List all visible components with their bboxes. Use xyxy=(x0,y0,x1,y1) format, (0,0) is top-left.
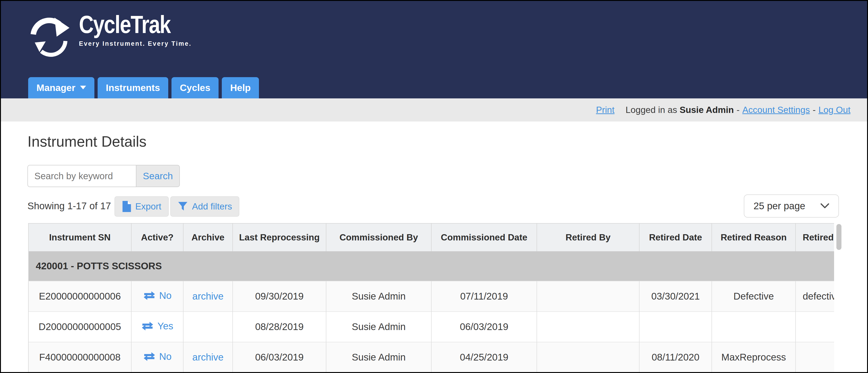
recycle-arrows-icon xyxy=(28,12,72,60)
archive-link[interactable]: archive xyxy=(192,291,223,302)
table-row: D20000000000005 Yes 08/28/2019 Susie Adm… xyxy=(28,312,834,342)
search-input[interactable] xyxy=(28,165,136,187)
tab-manager[interactable]: Manager xyxy=(28,77,94,98)
brand-tagline: Every Instrument. Every Time. xyxy=(79,40,191,47)
cell-retired-comment xyxy=(796,312,834,342)
cell-retired-comment: defective xyxy=(796,281,834,312)
brand-logo: CycleTrak Every Instrument. Every Time. xyxy=(28,12,191,60)
cell-retired-reason: MaxReprocess xyxy=(712,342,796,372)
table-header-row: Instrument SNActive?ArchiveLast Reproces… xyxy=(28,223,834,251)
cell-commissioned-date: 07/11/2019 xyxy=(431,281,537,312)
separator: - xyxy=(813,105,816,115)
cell-commissioned-date: 06/03/2019 xyxy=(431,312,537,342)
add-filters-button-label: Add filters xyxy=(192,201,232,211)
separator: - xyxy=(737,105,740,115)
cell-commissioned-by: Susie Admin xyxy=(326,312,431,342)
search-group: Search xyxy=(28,165,180,187)
cell-retired-comment xyxy=(796,342,834,372)
active-value: Yes xyxy=(157,321,173,332)
column-header: Archive xyxy=(183,223,232,251)
per-page-value: 25 per page xyxy=(753,200,805,211)
column-header: Retired Reason xyxy=(712,223,796,251)
active-value: No xyxy=(159,290,172,301)
cell-retired-by xyxy=(537,312,639,342)
cell-instrument-sn: E20000000000006 xyxy=(28,281,131,312)
instruments-table-container: Instrument SNActive?ArchiveLast Reproces… xyxy=(28,223,834,373)
logged-in-prefix: Logged in as xyxy=(626,105,680,115)
cell-retired-reason: Defective xyxy=(712,281,796,312)
cell-commissioned-date: 04/25/2019 xyxy=(431,342,537,372)
table-row: F40000000000008 No archive 06/03/2019 Su… xyxy=(28,342,834,372)
cell-commissioned-by: Susie Admin xyxy=(326,281,431,312)
search-button[interactable]: Search xyxy=(136,165,180,187)
archive-link[interactable]: archive xyxy=(192,352,223,363)
tab-help-label: Help xyxy=(230,82,251,93)
export-button[interactable]: Export xyxy=(115,196,169,217)
group-header-row: 420001 - POTTS SCISSORS xyxy=(28,251,834,281)
cell-instrument-sn: D20000000000005 xyxy=(28,312,131,342)
active-value: No xyxy=(159,351,172,362)
tab-instruments-label: Instruments xyxy=(106,82,160,93)
brand-name: CycleTrak xyxy=(79,12,170,37)
vertical-scrollbar-thumb[interactable] xyxy=(836,224,841,250)
column-header: Retired Date xyxy=(639,223,712,251)
column-header: Retired xyxy=(796,223,834,251)
cell-archive: archive xyxy=(183,281,232,312)
logout-link[interactable]: Log Out xyxy=(818,105,850,115)
tab-cycles-label: Cycles xyxy=(180,82,210,93)
toggle-arrows-icon xyxy=(143,291,156,300)
brand-text-block: CycleTrak Every Instrument. Every Time. xyxy=(79,12,191,47)
column-header: Retired By xyxy=(537,223,639,251)
cell-last-reprocessing: 09/30/2019 xyxy=(232,281,326,312)
file-icon xyxy=(122,201,131,212)
tab-manager-label: Manager xyxy=(36,82,75,93)
cell-retired-by xyxy=(537,342,639,372)
account-settings-link[interactable]: Account Settings xyxy=(742,105,810,115)
tab-instruments[interactable]: Instruments xyxy=(98,77,168,98)
export-button-label: Export xyxy=(135,201,161,211)
print-link[interactable]: Print xyxy=(596,105,614,115)
cell-retired-date: 03/30/2021 xyxy=(639,281,712,312)
cell-retired-date xyxy=(639,312,712,342)
active-toggle-link[interactable]: Yes xyxy=(141,321,173,332)
main-nav: Manager Instruments Cycles Help xyxy=(28,77,259,98)
per-page-select[interactable]: 25 per page xyxy=(744,195,839,218)
instruments-table: Instrument SNActive?ArchiveLast Reproces… xyxy=(28,223,834,373)
page-title: Instrument Details xyxy=(28,133,147,150)
cell-archive: archive xyxy=(183,342,232,372)
add-filters-button[interactable]: Add filters xyxy=(170,196,239,217)
cell-active: No xyxy=(131,342,183,372)
column-header: Instrument SN xyxy=(28,223,131,251)
session-bar: Print Logged in as Susie Admin - Account… xyxy=(1,98,867,121)
results-count: Showing 1-17 of 17 xyxy=(28,200,111,211)
active-toggle-link[interactable]: No xyxy=(143,290,172,301)
table-row: E20000000000006 No archive 09/30/2019 Su… xyxy=(28,281,834,312)
chevron-down-icon xyxy=(820,203,829,209)
column-header: Commissioned By xyxy=(326,223,431,251)
tab-help[interactable]: Help xyxy=(222,77,259,98)
filter-funnel-icon xyxy=(178,201,188,211)
cell-last-reprocessing: 08/28/2019 xyxy=(232,312,326,342)
toggle-arrows-icon xyxy=(141,321,154,331)
logged-in-user: Susie Admin xyxy=(680,105,734,115)
cell-last-reprocessing: 06/03/2019 xyxy=(232,342,326,372)
tab-cycles[interactable]: Cycles xyxy=(172,77,219,98)
top-header-bar: CycleTrak Every Instrument. Every Time. … xyxy=(1,1,867,98)
toggle-arrows-icon xyxy=(143,352,156,362)
chevron-down-icon xyxy=(80,86,86,90)
cell-active: Yes xyxy=(131,312,183,342)
cell-retired-reason xyxy=(712,312,796,342)
cell-instrument-sn: F40000000000008 xyxy=(28,342,131,372)
column-header: Last Reprocessing xyxy=(232,223,326,251)
cell-active: No xyxy=(131,281,183,312)
cycletrak-app: CycleTrak Every Instrument. Every Time. … xyxy=(0,0,868,373)
cell-archive xyxy=(183,312,232,342)
cell-retired-date: 08/11/2020 xyxy=(639,342,712,372)
active-toggle-link[interactable]: No xyxy=(143,351,172,362)
cell-retired-by xyxy=(537,281,639,312)
column-header: Active? xyxy=(131,223,183,251)
cell-commissioned-by: Susie Admin xyxy=(326,342,431,372)
group-header-label: 420001 - POTTS SCISSORS xyxy=(28,251,834,281)
column-header: Commissioned Date xyxy=(431,223,537,251)
